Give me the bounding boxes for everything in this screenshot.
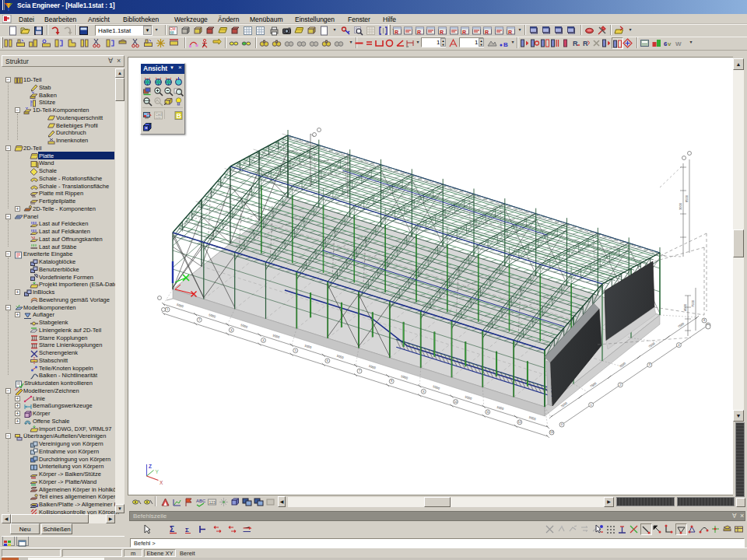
- svg-text:R: R: [395, 30, 398, 35]
- svg-text:5000: 5000: [528, 415, 537, 422]
- svg-text:7500: 7500: [677, 321, 686, 329]
- svg-text:5000: 5000: [272, 334, 281, 340]
- svg-text:123: 123: [156, 116, 161, 120]
- svg-text:5000: 5000: [304, 344, 313, 350]
- svg-text:5000: 5000: [369, 364, 377, 370]
- svg-text:W: W: [675, 40, 682, 47]
- svg-text:3000: 3000: [679, 202, 682, 210]
- svg-text:7500: 7500: [589, 381, 598, 389]
- svg-text:123: 123: [209, 500, 216, 505]
- svg-text:v: v: [668, 40, 672, 47]
- svg-text:Σ: Σ: [185, 527, 189, 534]
- svg-text:5000: 5000: [336, 354, 345, 360]
- svg-text:Σ: Σ: [170, 525, 174, 534]
- svg-text:5000: 5000: [240, 323, 249, 329]
- svg-text:5000: 5000: [209, 313, 217, 319]
- svg-text:R: R: [573, 40, 578, 47]
- svg-text:1: 1: [167, 308, 168, 311]
- svg-text:8: 8: [391, 380, 392, 383]
- svg-text:12: 12: [518, 421, 521, 424]
- svg-text:B: B: [503, 41, 508, 48]
- svg-text:X: X: [160, 480, 163, 485]
- svg-text:8500: 8500: [685, 194, 689, 202]
- svg-text:6: 6: [327, 359, 328, 362]
- svg-text:5000: 5000: [496, 405, 505, 411]
- svg-text:13: 13: [550, 431, 553, 434]
- svg-text:5000: 5000: [401, 374, 409, 380]
- svg-text:ABC: ABC: [196, 499, 205, 503]
- svg-text:4: 4: [678, 344, 679, 347]
- svg-text:5000: 5000: [177, 303, 185, 309]
- svg-text:9: 9: [423, 390, 424, 394]
- svg-text:88: 88: [170, 30, 174, 35]
- svg-text:7500: 7500: [647, 341, 656, 348]
- svg-text:7500: 7500: [619, 361, 627, 369]
- svg-text:5000: 5000: [433, 384, 441, 390]
- svg-text:4000: 4000: [683, 303, 687, 311]
- svg-text:R: R: [508, 30, 512, 35]
- svg-text:5000: 5000: [465, 395, 473, 401]
- svg-text:2: 2: [619, 383, 621, 387]
- svg-text:7500: 7500: [691, 299, 695, 307]
- svg-text:R: R: [462, 30, 466, 35]
- svg-text:0: 0: [561, 423, 563, 426]
- svg-text:8: 8: [703, 319, 705, 322]
- svg-text:11: 11: [486, 411, 489, 414]
- svg-text:R: R: [440, 30, 444, 35]
- svg-text:R: R: [417, 30, 421, 35]
- svg-text:R: R: [485, 30, 489, 35]
- svg-text:3: 3: [649, 363, 651, 366]
- svg-text:7: 7: [359, 369, 360, 373]
- svg-text:Z: Z: [149, 464, 152, 469]
- svg-text:1: 1: [591, 404, 592, 407]
- svg-text:4: 4: [263, 339, 265, 342]
- svg-text:10: 10: [454, 401, 458, 404]
- svg-text:B: B: [177, 112, 182, 120]
- svg-text:R: R: [583, 40, 588, 47]
- svg-text:5: 5: [295, 349, 296, 352]
- svg-text:3: 3: [230, 329, 232, 332]
- svg-text:Y: Y: [156, 469, 160, 474]
- svg-text:2: 2: [198, 318, 200, 321]
